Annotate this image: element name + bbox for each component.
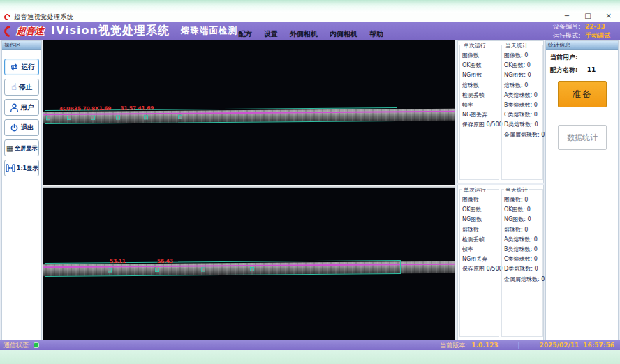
- stat-row: 金属屑熔珠数: 0: [504, 275, 542, 285]
- single-run-rows: 图像数 OK图数 NG图数 熔珠数 检测丢帧 帧率 NG图丢弃 保存原图 0/5…: [460, 45, 499, 130]
- stop-button-label: 停止: [19, 83, 32, 92]
- stat-row: 检测丢帧: [462, 235, 499, 245]
- menu-outer-camera[interactable]: 外侧相机: [290, 29, 318, 39]
- comm-status-label: 通信状态:: [3, 341, 31, 350]
- time-value: 16:57:56: [583, 342, 614, 349]
- version-value: 1.0.123: [471, 342, 498, 349]
- stat-row: A类熔珠数: 0: [504, 91, 542, 100]
- outer-camera-viewport[interactable]: 4C0R35 70.8X1.69 31.57 41.69: [43, 40, 455, 185]
- statistics-info-panel: 统计信息 当前用户: 配方名称: 11 准备 数据统计: [545, 40, 619, 340]
- stat-row: NG图丢弃: [462, 110, 499, 120]
- comm-status-green-indicator: [34, 342, 39, 348]
- daily-stats-group: 当天统计 图像数: 0 OK图数: 0 NG图数: 0 熔珠数: 0 A类熔珠数…: [501, 189, 543, 337]
- run-button[interactable]: 运行: [4, 59, 39, 75]
- run-mode-label: 运行模式:: [553, 32, 580, 39]
- menu-recipe[interactable]: 配方: [238, 29, 252, 39]
- stat-row: D类熔珠数: 0: [504, 120, 542, 130]
- stat-row: 熔珠数: 0: [504, 81, 542, 91]
- stat-row: B类熔珠数: 0: [504, 245, 542, 255]
- run-button-label: 运行: [22, 63, 35, 72]
- measurement-annotation: 56.43: [157, 258, 173, 264]
- stat-row: 帧率: [462, 245, 499, 255]
- header-device-info: 设备编号: 22-33 运行模式: 手动调试: [553, 22, 610, 40]
- data-statistics-button[interactable]: 数据统计: [558, 125, 607, 150]
- brand-logo-text: 超音速: [17, 25, 44, 38]
- recipe-name-value: 11: [587, 66, 596, 73]
- stat-row: 图像数: 0: [504, 51, 542, 61]
- menu-help[interactable]: 帮助: [369, 29, 383, 39]
- app-header: 超音速 IVision视觉处理系统 熔珠端面检测 配方 设置 外侧相机 内侧相机…: [0, 22, 620, 40]
- recipe-name-row: 配方名称: 11: [546, 62, 618, 75]
- daily-stats-title: 当天统计: [504, 42, 529, 50]
- user-button-label: 用户: [21, 103, 34, 112]
- run-sync-icon: [9, 62, 20, 72]
- fullscreen-button[interactable]: ▦ 全屏显示: [4, 139, 39, 156]
- operation-buttons: 运行 ☝ 停止 用户: [2, 50, 41, 176]
- stat-row: NG图数: 0: [504, 70, 542, 80]
- minimize-icon[interactable]: −: [564, 11, 570, 21]
- daily-stats-title: 当天统计: [504, 186, 529, 194]
- stat-row: 保存原图 0/500: [462, 120, 499, 130]
- stat-row: NG图数: [462, 70, 499, 80]
- stat-row: OK图数: [462, 61, 499, 70]
- stop-button[interactable]: ☝ 停止: [4, 79, 39, 96]
- one-to-one-button-label: 1:1显示: [17, 165, 38, 172]
- app-window: 超音速视觉处理系统 − □ × 超音速 IVision视觉处理系统 熔珠端面检测…: [0, 0, 620, 364]
- stat-row: OK图数: 0: [504, 205, 542, 215]
- version-datetime: 当前版本: 1.0.123 | 2025/02/11 16:57:56: [440, 341, 620, 350]
- fullscreen-button-label: 全屏显示: [15, 144, 37, 152]
- user-button[interactable]: 用户: [4, 99, 39, 116]
- stat-row: 金属屑熔珠数: 0: [504, 130, 542, 140]
- stats-panel-outer: 单次运行 图像数 OK图数 NG图数 熔珠数 检测丢帧 帧率 NG图丢弃 保存原…: [457, 40, 544, 183]
- window-titlebar: 超音速视觉处理系统 − □ ×: [0, 13, 620, 22]
- stat-row: 检测丢帧: [462, 91, 499, 100]
- fullscreen-grid-icon: ▦: [6, 144, 13, 152]
- stat-row: 图像数: 0: [504, 195, 542, 205]
- stat-row: NG图数: [462, 215, 499, 225]
- separator: |: [518, 342, 520, 349]
- menu-bar: 配方 设置 外侧相机 内侧相机 帮助: [238, 29, 383, 39]
- device-number-value: 22-33: [585, 23, 605, 30]
- camera-viewports: 4C0R35 70.8X1.69 31.57 41.69 53.11 56.43: [43, 40, 455, 340]
- exit-button[interactable]: 退出: [4, 119, 39, 136]
- comm-status: 通信状态:: [0, 341, 39, 350]
- exit-button-label: 退出: [21, 123, 34, 132]
- menu-inner-camera[interactable]: 内侧相机: [330, 29, 357, 39]
- app-subtitle: 熔珠端面检测: [181, 25, 237, 37]
- maximize-icon[interactable]: □: [584, 11, 591, 21]
- run-mode-row: 运行模式: 手动调试: [553, 31, 610, 40]
- stat-row: 图像数: [462, 195, 499, 205]
- operation-sidebar: 操作区 运行 ☝ 停止: [1, 40, 42, 340]
- run-mode-value: 手动调试: [585, 32, 610, 39]
- stat-row: 熔珠数: [462, 81, 499, 91]
- roi-rectangle: [45, 260, 401, 277]
- stat-row: 熔珠数: [462, 225, 499, 235]
- operation-panel-title: 操作区: [2, 41, 41, 50]
- stat-row: C类熔珠数: 0: [504, 110, 542, 120]
- single-run-group: 单次运行 图像数 OK图数 NG图数 熔珠数 检测丢帧 帧率 NG图丢弃 保存原…: [459, 45, 499, 180]
- user-icon: [10, 103, 19, 112]
- menu-settings[interactable]: 设置: [264, 29, 278, 39]
- one-to-one-button[interactable]: 1:1显示: [4, 160, 39, 176]
- stat-row: 熔珠数: 0: [504, 225, 542, 235]
- desktop-top-band: [0, 0, 620, 13]
- power-icon: [10, 123, 19, 132]
- prepare-button[interactable]: 准备: [558, 81, 607, 107]
- annotation-text: 31.57 41.69: [120, 105, 154, 111]
- daily-stats-group: 当天统计 图像数: 0 OK图数: 0 NG图数: 0 熔珠数: 0 A类熔珠数…: [501, 45, 543, 180]
- stat-row: B类熔珠数: 0: [504, 100, 542, 110]
- single-run-title: 单次运行: [462, 186, 487, 194]
- inner-camera-viewport[interactable]: 53.11 56.43: [43, 188, 455, 340]
- brand-swoosh-icon: [2, 23, 18, 39]
- measurement-annotation: 4C0R35 70.8X1.69 31.57 41.69: [59, 105, 154, 112]
- main-area: 操作区 运行 ☝ 停止: [0, 40, 620, 340]
- close-icon[interactable]: ×: [606, 11, 612, 21]
- stat-row: OK图数: [462, 205, 499, 215]
- measurement-annotation: 53.11: [110, 258, 126, 264]
- stat-row: NG图丢弃: [462, 255, 499, 264]
- stat-row: D类熔珠数: 0: [504, 264, 542, 274]
- single-run-rows: 图像数 OK图数 NG图数 熔珠数 检测丢帧 帧率 NG图丢弃 保存原图 0/5…: [460, 190, 499, 275]
- one-to-one-icon: [6, 164, 15, 172]
- header-branding: 超音速 IVision视觉处理系统 熔珠端面检测: [4, 22, 237, 40]
- recipe-name-label: 配方名称:: [550, 66, 578, 73]
